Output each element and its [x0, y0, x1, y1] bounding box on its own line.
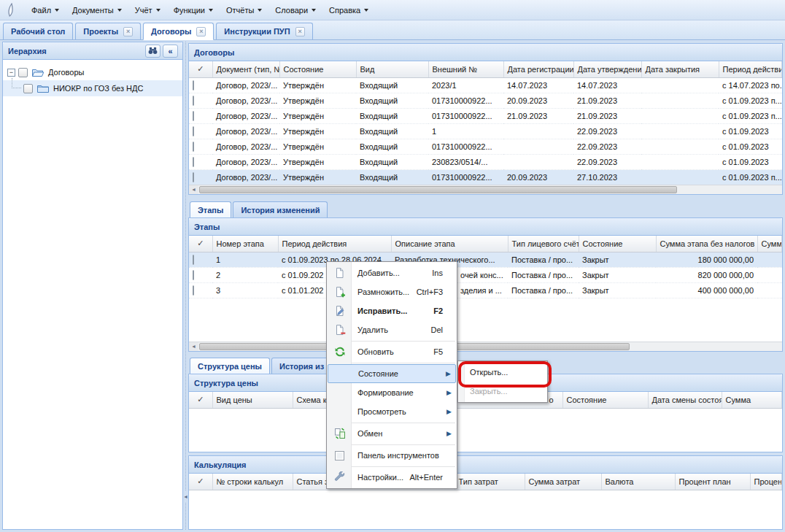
column-header[interactable]: Описание этапа [391, 236, 508, 252]
column-header[interactable]: Сумма [722, 392, 782, 408]
row-checkbox[interactable] [193, 285, 194, 296]
context-menu-item[interactable]: ОбновитьF5 [328, 342, 456, 361]
context-menu-item[interactable]: Добавить...Ins [328, 263, 456, 282]
column-header[interactable]: ✓ [189, 474, 212, 490]
menubar-item[interactable]: Документы [66, 3, 128, 18]
column-header[interactable]: Вид [356, 61, 428, 77]
menubar-item[interactable]: Отчёты [220, 3, 268, 18]
menubar-item[interactable]: Словари [268, 3, 322, 18]
table-cell: Входящий [356, 108, 428, 123]
row-checkbox[interactable] [193, 255, 194, 265]
row-checkbox[interactable] [193, 126, 194, 136]
context-menu-item[interactable]: Размножить...Ctrl+F3 [328, 282, 456, 301]
context-menu-item[interactable]: Состояние▶ [328, 364, 456, 383]
column-header[interactable]: Сумма затрат [525, 474, 601, 490]
row-checkbox[interactable] [193, 111, 194, 121]
tab-Договоры[interactable]: Договоры× [143, 23, 214, 40]
tab-Рабочий стол[interactable]: Рабочий стол [3, 23, 73, 39]
tree-node[interactable]: −Договоры [3, 64, 182, 80]
menubar-item-label: Справка [329, 6, 360, 15]
stages-tab[interactable]: Этапы [190, 201, 231, 217]
column-header[interactable]: Тип затрат [455, 474, 525, 490]
column-header[interactable]: Тип лицевого счёт [508, 236, 579, 252]
stages-tab[interactable]: История изменений [233, 201, 328, 217]
column-header[interactable]: Вид цены [212, 392, 293, 408]
scrollbar-thumb[interactable] [199, 186, 677, 193]
table-row[interactable]: Договор, 2023/...УтверждёнВходящий017310… [189, 93, 782, 108]
tab-Инструкции ПУП[interactable]: Инструкции ПУП× [216, 23, 312, 39]
table-row[interactable]: Договор, 2023/...УтверждёнВходящий017310… [189, 108, 782, 123]
stages-section: ЭтапыИстория изменений Этапы ✓Номер этап… [188, 200, 783, 352]
column-header[interactable]: Дата утверждения [573, 61, 641, 77]
search-button[interactable] [145, 45, 161, 58]
node-checkbox[interactable] [18, 68, 28, 77]
tree-node[interactable]: НИОКР по ГОЗ без НДС [3, 80, 182, 96]
table-row[interactable]: 2с 01.09.202очей конс...Поставка / про..… [189, 267, 782, 282]
tab-close-icon[interactable]: × [123, 27, 133, 36]
contracts-hscrollbar[interactable]: ◄ [189, 185, 782, 194]
menubar-item[interactable]: Функции [167, 3, 220, 18]
column-header[interactable]: ✓ [189, 392, 212, 408]
table-row[interactable]: Договор, 2023/...УтверждёнВходящий2023/1… [189, 77, 782, 93]
subtab-label: История из [279, 362, 324, 371]
price-tab[interactable]: История из [271, 358, 332, 374]
context-menu-item[interactable]: Формирование▶ [328, 383, 456, 402]
column-header[interactable]: Период действия... [719, 61, 782, 77]
table-row[interactable]: 3с 01.01.202зделия и ...Поставка / про..… [189, 282, 782, 298]
context-menu-item[interactable]: Просмотреть▶ [328, 402, 456, 421]
row-checkbox[interactable] [193, 80, 194, 90]
context-menu-item[interactable]: Исправить...F2 [328, 301, 456, 320]
menubar-item[interactable]: Справка [322, 3, 375, 18]
table-row[interactable]: Договор, 2023/...УтверждёнВходящий017310… [189, 139, 782, 154]
tab-close-icon[interactable]: × [295, 27, 305, 36]
column-header[interactable]: Внешний № [428, 61, 503, 77]
column-header[interactable]: № строки калькул [212, 474, 293, 490]
column-header[interactable]: Состояние [279, 61, 356, 77]
table-row[interactable]: Договор, 2023/...УтверждёнВходящий230823… [189, 154, 782, 169]
tab-close-icon[interactable]: × [196, 27, 206, 36]
table-row[interactable]: Договор, 2023/...УтверждёнВходящий122.09… [189, 123, 782, 139]
column-header[interactable]: Процент план [675, 474, 750, 490]
column-header[interactable]: Документ (тип, № [212, 61, 279, 77]
column-header[interactable]: ✓ [189, 236, 212, 252]
table-row[interactable]: Договор, 2023/...УтверждёнВходящий017310… [189, 169, 782, 185]
column-header[interactable]: Состояние [562, 392, 648, 408]
row-checkbox[interactable] [193, 157, 194, 167]
column-header[interactable]: Сумма этапа без налогов [656, 236, 757, 252]
context-menu-item[interactable]: Обмен▶ [328, 424, 456, 443]
price-tab[interactable]: Структура цены [190, 358, 270, 374]
column-header[interactable]: Дата смены состоя [648, 392, 722, 408]
context-menu-item[interactable]: УдалитьDel [328, 320, 456, 339]
context-menu-item[interactable]: Настройки...Alt+Enter [328, 468, 456, 487]
scroll-left-arrow[interactable]: ◄ [189, 342, 198, 351]
table-row[interactable]: 1с 01.09.2023 по 28.06.2024Разработка те… [189, 252, 782, 267]
column-header[interactable]: Номер этапа [212, 236, 278, 252]
context-menu-item[interactable]: Панель инструментов [328, 446, 456, 465]
submenu-item[interactable]: Открыть... [458, 363, 547, 382]
stages-hscrollbar[interactable]: ◄ [189, 342, 782, 351]
menubar-item[interactable]: Файл [25, 3, 66, 18]
row-checkbox[interactable] [193, 96, 194, 106]
menubar-item[interactable]: Учёт [128, 3, 167, 18]
column-header[interactable]: Дата закрытия [641, 61, 719, 77]
panel-splitter[interactable]: ◄ [183, 42, 188, 530]
row-checkbox[interactable] [193, 172, 194, 182]
collapse-panel-button[interactable]: « [163, 45, 178, 58]
row-checkbox[interactable] [193, 270, 194, 280]
column-header[interactable]: Процент ф [750, 474, 782, 490]
column-header[interactable]: Дата регистрации. [503, 61, 573, 77]
tab-Проекты[interactable]: Проекты× [75, 23, 141, 39]
column-header[interactable]: Состояние [579, 236, 656, 252]
node-checkbox[interactable] [23, 84, 33, 93]
tree-expander-icon[interactable]: − [7, 69, 15, 77]
page-icon [328, 267, 352, 279]
scroll-left-arrow[interactable]: ◄ [183, 491, 188, 503]
row-checkbox-cell [189, 154, 212, 169]
column-header[interactable]: Сумма [757, 236, 782, 252]
column-header[interactable]: Период действия [278, 236, 391, 252]
menubar-item-label: Словари [275, 6, 308, 15]
column-header[interactable]: ✓ [189, 61, 212, 77]
row-checkbox[interactable] [193, 142, 194, 152]
scroll-left-arrow[interactable]: ◄ [189, 185, 198, 194]
column-header[interactable]: Валюта [601, 474, 675, 490]
